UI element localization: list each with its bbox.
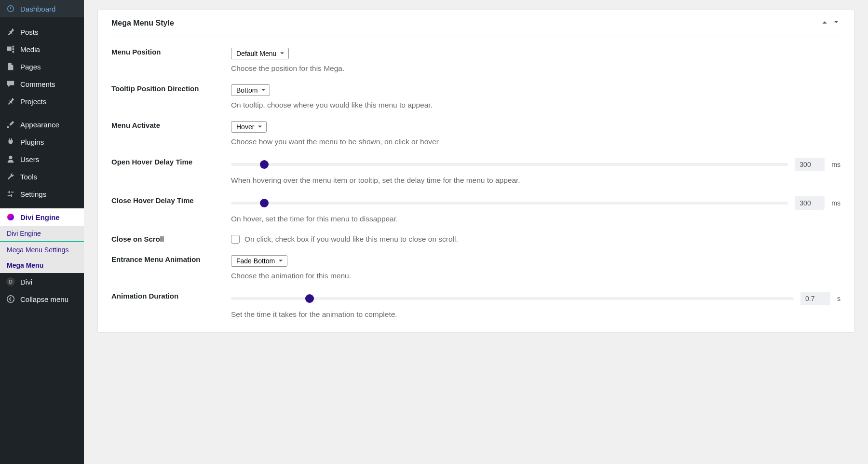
sidebar-item-divi-engine[interactable]: Divi Engine (0, 208, 84, 226)
setting-label: Open Hover Delay Time (111, 158, 226, 185)
sidebar-item-label: Collapse menu (20, 295, 68, 303)
entrance-animation-select[interactable]: Fade Bottom (231, 255, 287, 267)
dashboard-icon (6, 4, 15, 14)
sidebar-item-label: Settings (20, 190, 46, 198)
submenu-item-mega-menu[interactable]: Mega Menu (0, 258, 84, 273)
sidebar-item-comments[interactable]: Comments (0, 75, 84, 93)
panel-collapse-up-icon[interactable] (820, 18, 829, 28)
divi-engine-icon (6, 212, 15, 222)
panel-title: Mega Menu Style (111, 19, 174, 27)
sidebar-item-label: Tools (20, 173, 37, 181)
sidebar-item-label: Projects (20, 97, 46, 106)
sidebar-submenu: Divi Engine Mega Menu Settings Mega Menu (0, 226, 84, 273)
submenu-item-mega-menu-settings[interactable]: Mega Menu Settings (0, 242, 84, 258)
sidebar-item-tools[interactable]: Tools (0, 168, 84, 185)
sidebar-item-appearance[interactable]: Appearance (0, 116, 84, 133)
setting-close-on-scroll: Close on Scroll On click, check box if y… (111, 223, 841, 244)
sidebar-item-users[interactable]: Users (0, 150, 84, 168)
slider-thumb[interactable] (260, 160, 269, 169)
setting-label: Menu Activate (111, 121, 226, 146)
divi-icon: D (6, 277, 15, 287)
sidebar-item-plugins[interactable]: Plugins (0, 133, 84, 150)
animation-duration-slider[interactable] (231, 297, 794, 300)
mega-menu-style-panel: Mega Menu Style Menu Position Default Me… (97, 10, 854, 333)
unit-label: ms (831, 161, 841, 168)
setting-menu-activate: Menu Activate Hover Choose how you want … (111, 109, 841, 146)
tooltip-position-select[interactable]: Bottom (231, 84, 270, 96)
sidebar-item-projects[interactable]: Projects (0, 93, 84, 110)
sidebar-item-settings[interactable]: Settings (0, 185, 84, 203)
sidebar-item-label: Pages (20, 63, 41, 71)
setting-helper: Choose the animation for this menu. (231, 272, 841, 280)
setting-label: Tooltip Position Direction (111, 84, 226, 109)
submenu-item-divi-engine[interactable]: Divi Engine (0, 226, 84, 241)
sidebar-item-label: Divi (20, 278, 32, 286)
open-delay-slider[interactable] (231, 163, 788, 166)
setting-helper: Set the time it takes for the animation … (231, 310, 841, 319)
setting-label: Entrance Menu Animation (111, 255, 226, 280)
svg-point-0 (7, 296, 14, 302)
unit-label: s (837, 295, 841, 302)
panel-toggle-arrows (820, 18, 841, 28)
brush-icon (6, 120, 15, 129)
menu-position-select[interactable]: Default Menu (231, 48, 289, 59)
setting-tooltip-position: Tooltip Position Direction Bottom On too… (111, 73, 841, 109)
setting-helper: Choose the position for this Mega. (231, 64, 841, 73)
sidebar-item-posts[interactable]: Posts (0, 23, 84, 41)
sidebar-item-label: Comments (20, 80, 55, 88)
plug-icon (6, 137, 15, 147)
open-delay-value[interactable]: 300 (795, 158, 825, 171)
sidebar-item-collapse[interactable]: Collapse menu (0, 290, 84, 308)
main-content: Mega Menu Style Menu Position Default Me… (84, 0, 868, 464)
checkbox-label: On click, check box if you would like th… (244, 235, 458, 244)
setting-helper: On tooltip, choose where you would like … (231, 101, 841, 109)
pin-icon (6, 27, 15, 37)
sidebar-item-label: Appearance (20, 121, 59, 129)
setting-entrance-animation: Entrance Menu Animation Fade Bottom Choo… (111, 244, 841, 280)
menu-activate-select[interactable]: Hover (231, 121, 267, 133)
setting-label: Close on Scroll (111, 235, 226, 244)
setting-label: Animation Duration (111, 292, 226, 319)
collapse-icon (6, 294, 15, 304)
slider-thumb[interactable] (260, 199, 269, 207)
setting-animation-duration: Animation Duration 0.7 s Set the time it… (111, 280, 841, 319)
sidebar-item-divi[interactable]: D Divi (0, 273, 84, 290)
close-delay-value[interactable]: 300 (795, 196, 825, 210)
sidebar-item-dashboard[interactable]: Dashboard (0, 0, 84, 17)
comment-icon (6, 79, 15, 89)
sidebar-item-label: Plugins (20, 138, 44, 146)
sidebar-item-pages[interactable]: Pages (0, 58, 84, 75)
admin-sidebar: Dashboard Posts Media Pages Comments Pro… (0, 0, 84, 464)
sidebar-item-label: Media (20, 45, 40, 54)
setting-label: Menu Position (111, 48, 226, 73)
pin-icon (6, 96, 15, 106)
sidebar-item-label: Posts (20, 28, 39, 36)
close-on-scroll-checkbox[interactable] (231, 235, 240, 244)
sliders-icon (6, 189, 15, 199)
setting-open-hover-delay: Open Hover Delay Time 300 ms When hoveri… (111, 146, 841, 185)
media-icon (6, 44, 15, 54)
sidebar-item-label: Dashboard (20, 5, 55, 13)
unit-label: ms (831, 199, 841, 207)
setting-helper: On hover, set the time for this menu to … (231, 215, 841, 223)
close-delay-slider[interactable] (231, 202, 788, 205)
slider-thumb[interactable] (305, 294, 314, 303)
setting-close-hover-delay: Close Hover Delay Time 300 ms On hover, … (111, 185, 841, 223)
wrench-icon (6, 172, 15, 181)
sidebar-item-label: Divi Engine (20, 213, 60, 221)
animation-duration-value[interactable]: 0.7 (800, 292, 830, 305)
setting-helper: When hovering over the menu item or tool… (231, 176, 841, 185)
page-icon (6, 62, 15, 71)
sidebar-item-media[interactable]: Media (0, 41, 84, 58)
sidebar-item-label: Users (20, 155, 39, 164)
setting-label: Close Hover Delay Time (111, 196, 226, 223)
panel-header: Mega Menu Style (111, 10, 841, 36)
setting-menu-position: Menu Position Default Menu Choose the po… (111, 36, 841, 73)
user-icon (6, 154, 15, 164)
panel-collapse-down-icon[interactable] (832, 18, 841, 28)
setting-helper: Choose how you want the menu to be shown… (231, 137, 841, 146)
